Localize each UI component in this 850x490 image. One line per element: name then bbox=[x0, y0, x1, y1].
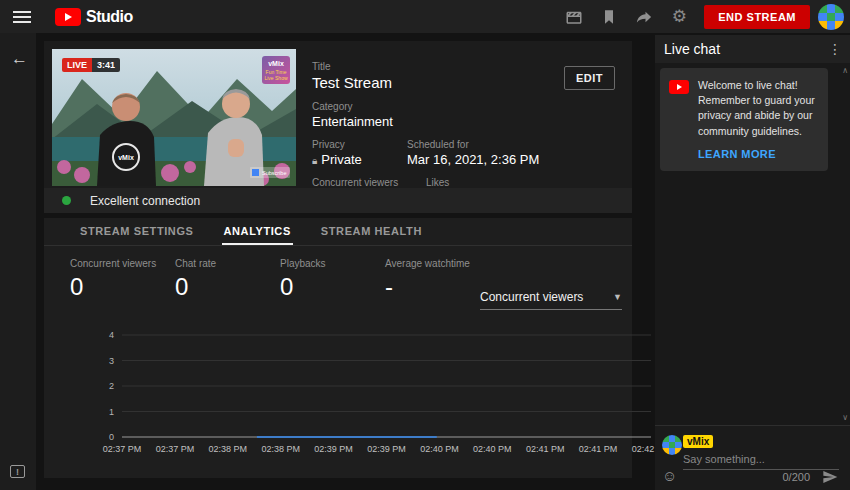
svg-text:02:40 PM: 02:40 PM bbox=[473, 444, 512, 454]
bookmark-icon[interactable] bbox=[599, 7, 619, 27]
metric-concurrent-viewers: Concurrent viewers 0 bbox=[70, 258, 175, 301]
concurrent-viewers-chart: 0123402:37 PM02:37 PM02:38 PM02:38 PM02:… bbox=[64, 330, 664, 470]
settings-gear-icon[interactable]: ⚙ bbox=[669, 7, 689, 27]
emoji-icon[interactable]: ☺ bbox=[662, 467, 677, 484]
svg-text:0: 0 bbox=[109, 432, 114, 442]
top-bar: Studio ⚙ END STREAM bbox=[0, 0, 850, 33]
scheduled-label: Scheduled for bbox=[407, 139, 539, 150]
learn-more-link[interactable]: LEARN MORE bbox=[698, 148, 776, 160]
scroll-down-icon[interactable]: ∨ bbox=[842, 413, 848, 422]
chat-message-list: ∧ Welcome to live chat! Remember to guar… bbox=[655, 63, 850, 425]
stream-info-card: vMix vMix Fun Time Live Show Subscribe L… bbox=[44, 41, 632, 213]
edit-button[interactable]: EDIT bbox=[564, 66, 615, 90]
app-title: Studio bbox=[86, 8, 133, 26]
category-label: Category bbox=[312, 101, 562, 112]
end-stream-button[interactable]: END STREAM bbox=[704, 5, 810, 29]
tab-bar: STREAM SETTINGS ANALYTICS STREAM HEALTH bbox=[44, 218, 632, 246]
svg-text:vMix: vMix bbox=[118, 154, 134, 161]
character-counter: 0/200 bbox=[782, 471, 810, 483]
stream-privacy: 🔒︎Private bbox=[312, 152, 407, 167]
send-icon[interactable] bbox=[822, 469, 838, 489]
menu-icon[interactable] bbox=[13, 11, 31, 23]
scheduled-datetime: Mar 16, 2021, 2:36 PM bbox=[407, 152, 539, 167]
scroll-up-icon[interactable]: ∧ bbox=[842, 66, 848, 75]
stream-details: Title Test Stream Category Entertainment… bbox=[312, 61, 562, 205]
svg-text:02:39 PM: 02:39 PM bbox=[367, 444, 406, 454]
tab-analytics[interactable]: ANALYTICS bbox=[222, 218, 293, 245]
svg-text:02:37 PM: 02:37 PM bbox=[103, 444, 142, 454]
tab-stream-health[interactable]: STREAM HEALTH bbox=[319, 218, 424, 245]
svg-text:vMix: vMix bbox=[268, 60, 284, 67]
back-arrow-icon[interactable]: ← bbox=[11, 49, 28, 69]
share-icon[interactable] bbox=[634, 7, 654, 27]
elapsed-time: 3:41 bbox=[92, 58, 120, 72]
kebab-menu-icon[interactable]: ⋮ bbox=[828, 41, 842, 57]
title-label: Title bbox=[312, 61, 562, 72]
analytics-card: STREAM SETTINGS ANALYTICS STREAM HEALTH … bbox=[44, 218, 632, 478]
live-label: LIVE bbox=[62, 58, 92, 72]
svg-text:02:41 PM: 02:41 PM bbox=[579, 444, 618, 454]
lock-icon: 🔒︎ bbox=[312, 155, 317, 167]
concurrent-viewers-label: Concurrent viewers bbox=[312, 177, 426, 188]
chat-header: Live chat ⋮ bbox=[655, 35, 850, 63]
chat-input-area: vMix Say something... ☺ 0/200 bbox=[655, 425, 850, 490]
svg-text:02:39 PM: 02:39 PM bbox=[314, 444, 353, 454]
metric-playbacks: Playbacks 0 bbox=[280, 258, 385, 301]
stream-category: Entertainment bbox=[312, 114, 562, 129]
youtube-logo-icon[interactable] bbox=[55, 8, 81, 26]
svg-text:2: 2 bbox=[109, 381, 114, 391]
svg-text:02:40 PM: 02:40 PM bbox=[420, 444, 459, 454]
svg-text:Live Show: Live Show bbox=[264, 75, 287, 81]
svg-text:1: 1 bbox=[109, 407, 114, 417]
tab-stream-settings[interactable]: STREAM SETTINGS bbox=[78, 218, 196, 245]
metric-dropdown[interactable]: Concurrent viewers ▼ bbox=[480, 290, 622, 310]
welcome-text: Welcome to live chat! Remember to guard … bbox=[698, 78, 819, 139]
chevron-down-icon: ▼ bbox=[613, 292, 622, 302]
likes-label: Likes bbox=[426, 177, 449, 188]
svg-text:02:41 PM: 02:41 PM bbox=[526, 444, 565, 454]
youtube-play-icon bbox=[669, 80, 689, 94]
metric-chat-rate: Chat rate 0 bbox=[175, 258, 280, 301]
stream-title: Test Stream bbox=[312, 74, 562, 91]
svg-text:Subscribe: Subscribe bbox=[262, 170, 286, 176]
chat-message-input[interactable]: Say something... bbox=[683, 453, 839, 470]
svg-text:02:38 PM: 02:38 PM bbox=[209, 444, 248, 454]
chat-title: Live chat bbox=[664, 41, 720, 57]
live-badge: LIVE 3:41 bbox=[62, 58, 120, 72]
connection-status-dot bbox=[62, 196, 71, 205]
left-sidebar: ← ! bbox=[0, 33, 36, 490]
video-thumbnail[interactable]: vMix vMix Fun Time Live Show Subscribe L… bbox=[52, 49, 296, 186]
chat-user-avatar bbox=[662, 435, 682, 455]
svg-text:02:37 PM: 02:37 PM bbox=[156, 444, 195, 454]
metric-average-watchtime: Average watchtime - bbox=[385, 258, 490, 301]
live-chat-panel: Live chat ⋮ ∧ Welcome to live chat! Reme… bbox=[655, 35, 850, 490]
chat-welcome-message: Welcome to live chat! Remember to guard … bbox=[660, 68, 828, 171]
metrics-row: Concurrent viewers 0 Chat rate 0 Playbac… bbox=[70, 258, 490, 301]
account-avatar[interactable] bbox=[818, 4, 844, 30]
svg-text:3: 3 bbox=[109, 356, 114, 366]
privacy-label: Privacy bbox=[312, 139, 407, 150]
connection-status-row: Excellent connection bbox=[44, 188, 632, 213]
create-stream-icon[interactable] bbox=[564, 7, 584, 27]
feedback-icon[interactable]: ! bbox=[10, 465, 25, 478]
connection-status-text: Excellent connection bbox=[90, 194, 200, 208]
svg-text:4: 4 bbox=[109, 330, 114, 340]
svg-text:02:38 PM: 02:38 PM bbox=[261, 444, 300, 454]
chat-username-badge: vMix bbox=[683, 435, 713, 448]
